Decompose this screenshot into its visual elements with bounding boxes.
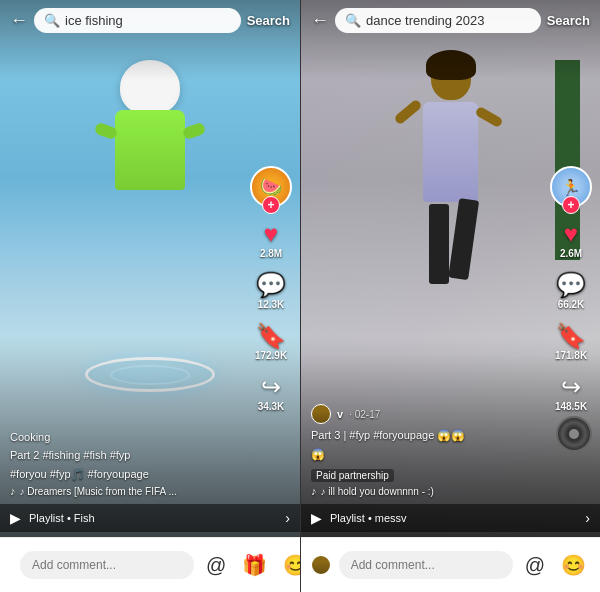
dance-hair xyxy=(426,50,476,80)
left-side-actions: 🍉 + ♥ 2.8M 💬 12.3K 🔖 172.9K ↪ 34.3K xyxy=(250,166,292,412)
right-comment-count: 66.2K xyxy=(558,299,585,310)
left-playlist-text: Playlist • Fish xyxy=(29,512,277,524)
right-comment-button[interactable]: 💬 66.2K xyxy=(556,273,586,310)
left-search-text: ice fishing xyxy=(65,13,231,28)
right-playlist-icon: ▶ xyxy=(311,510,322,526)
left-follow-button[interactable]: + xyxy=(262,196,280,214)
right-music-line: ♪ ♪ ill hold you downnnn - :) xyxy=(311,485,540,497)
right-at-icon[interactable]: @ xyxy=(521,550,549,581)
dance-torso xyxy=(423,102,478,202)
right-music-note-icon: ♪ xyxy=(311,485,317,497)
left-music-line: ♪ ♪ Dreamers [Music from the FIFA ... xyxy=(10,485,240,497)
left-creator-avatar[interactable]: 🍉 + xyxy=(250,166,292,208)
right-like-button[interactable]: ♥ 2.6M xyxy=(560,222,582,259)
right-creator-avatar[interactable]: 🏃 + xyxy=(550,166,592,208)
left-bookmark-count: 172.9K xyxy=(255,350,287,361)
left-comment-input[interactable] xyxy=(20,551,194,579)
right-search-input-wrapper[interactable]: 🔍 dance trending 2023 xyxy=(335,8,541,33)
left-music-note-icon: ♪ xyxy=(10,485,16,497)
right-bookmark-button[interactable]: 🔖 171.8K xyxy=(555,324,587,361)
left-search-input-wrapper[interactable]: 🔍 ice fishing xyxy=(34,8,241,33)
right-side-actions: 🏃 + ♥ 2.6M 💬 66.2K 🔖 171.8K ↪ 148.5K xyxy=(550,166,592,412)
left-caption-line1: Part 2 #fishing #fish #fyp xyxy=(10,448,240,463)
right-music-text: ♪ ill hold you downnnn - :) xyxy=(321,486,434,497)
dance-arm-right xyxy=(474,106,503,129)
right-vinyl-icon xyxy=(556,416,592,452)
right-heart-icon: ♥ xyxy=(564,222,578,246)
right-share-count: 148.5K xyxy=(555,401,587,412)
right-caption-title: Part 3 | #fyp #foryoupage 😱😱 xyxy=(311,428,540,443)
left-at-icon[interactable]: @ xyxy=(202,550,230,581)
right-bottom-overlay: v · 02-17 Part 3 | #fyp #foryoupage 😱😱 😱… xyxy=(311,404,540,497)
left-search-button[interactable]: Search xyxy=(247,13,290,28)
left-back-button[interactable]: ← xyxy=(10,10,28,31)
right-search-text: dance trending 2023 xyxy=(366,13,531,28)
left-heart-icon: ♥ xyxy=(264,222,278,246)
dance-leg-right xyxy=(448,198,479,280)
ice-person-figure xyxy=(100,60,200,220)
dance-head xyxy=(431,55,471,100)
hat xyxy=(120,60,180,115)
right-emoji-icon[interactable]: 😊 xyxy=(557,549,590,581)
left-caption-line2: #foryou #fyp🎵 #foryoupage xyxy=(10,467,240,482)
left-caption-title: Cooking xyxy=(10,430,240,445)
right-back-button[interactable]: ← xyxy=(311,10,329,31)
left-comment-icon: 💬 xyxy=(256,273,286,297)
right-search-bar: ← 🔍 dance trending 2023 Search xyxy=(301,0,600,41)
right-paid-badge: Paid partnership xyxy=(311,469,394,482)
right-search-icon: 🔍 xyxy=(345,13,361,28)
right-playlist-text: Playlist • messv xyxy=(330,512,577,524)
left-comment-avatar xyxy=(10,555,12,575)
left-comment-button[interactable]: 💬 12.3K xyxy=(256,273,286,310)
right-comment-icon: 💬 xyxy=(556,273,586,297)
left-like-count: 2.8M xyxy=(260,248,282,259)
left-bottom-bar: @ 🎁 😊 xyxy=(0,537,300,592)
left-panel: ← 🔍 ice fishing Search 🍉 + ♥ 2.8M 💬 12.3… xyxy=(0,0,300,592)
left-emoji-icon[interactable]: 😊 xyxy=(279,549,300,581)
dance-arm-left xyxy=(393,99,422,126)
right-caption-line2: 😱 xyxy=(311,447,540,462)
dance-legs xyxy=(396,204,506,284)
left-playlist-icon: ▶ xyxy=(10,510,21,526)
left-bottom-overlay: Cooking Part 2 #fishing #fish #fyp #fory… xyxy=(10,430,240,497)
dance-person-figure xyxy=(396,55,506,405)
right-comment-input[interactable] xyxy=(339,551,513,579)
right-date: · 02-17 xyxy=(349,409,380,420)
left-playlist-chevron-icon: › xyxy=(285,510,290,526)
right-comment-avatar xyxy=(311,555,331,575)
right-bookmark-icon: 🔖 xyxy=(556,324,586,348)
right-user-avatar xyxy=(311,404,331,424)
right-search-button[interactable]: Search xyxy=(547,13,590,28)
right-panel: ← 🔍 dance trending 2023 Search 🏃 + ♥ 2.6… xyxy=(300,0,600,592)
right-user-info: v · 02-17 xyxy=(311,404,540,424)
right-share-icon: ↪ xyxy=(561,375,581,399)
right-like-count: 2.6M xyxy=(560,248,582,259)
left-playlist-bar[interactable]: ▶ Playlist • Fish › xyxy=(0,504,300,532)
left-gift-icon[interactable]: 🎁 xyxy=(238,549,271,581)
left-share-count: 34.3K xyxy=(258,401,285,412)
right-follow-button[interactable]: + xyxy=(562,196,580,214)
left-bookmark-button[interactable]: 🔖 172.9K xyxy=(255,324,287,361)
right-bottom-bar: @ 😊 xyxy=(301,537,600,592)
right-share-button[interactable]: ↪ 148.5K xyxy=(555,375,587,412)
right-bookmark-count: 171.8K xyxy=(555,350,587,361)
left-comment-count: 12.3K xyxy=(258,299,285,310)
left-share-icon: ↪ xyxy=(261,375,281,399)
right-playlist-bar[interactable]: ▶ Playlist • messv › xyxy=(301,504,600,532)
left-music-text: ♪ Dreamers [Music from the FIFA ... xyxy=(20,486,177,497)
spinning-disc xyxy=(85,357,215,392)
left-like-button[interactable]: ♥ 2.8M xyxy=(260,222,282,259)
right-username: v xyxy=(337,408,343,420)
left-search-icon: 🔍 xyxy=(44,13,60,28)
left-bookmark-icon: 🔖 xyxy=(256,324,286,348)
left-share-button[interactable]: ↪ 34.3K xyxy=(258,375,285,412)
left-search-bar: ← 🔍 ice fishing Search xyxy=(0,0,300,41)
right-playlist-chevron-icon: › xyxy=(585,510,590,526)
dance-leg-left xyxy=(429,204,449,284)
body xyxy=(115,110,185,190)
